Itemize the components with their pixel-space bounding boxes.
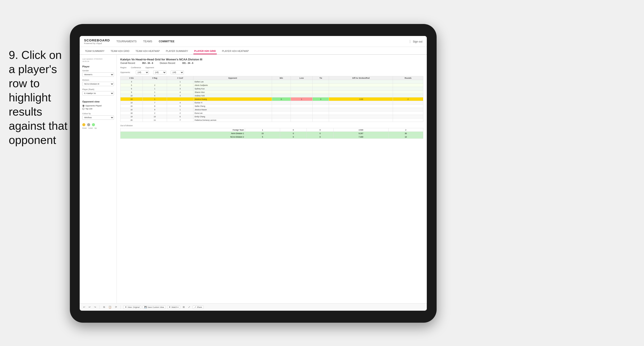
opponents-label: Opponents: — [120, 71, 130, 73]
region-filter-group: Region — [120, 66, 126, 69]
colour-section: Colour by Win/loss Down Level Up — [82, 113, 114, 129]
grid-icon[interactable]: ⊞ — [182, 305, 186, 309]
watch-icon: 👁 — [169, 306, 171, 308]
grid-area: Katelyn Vo Head-to-Head Grid for Women's… — [117, 55, 427, 303]
opponent-filter-label: Opponent — [146, 66, 154, 69]
paste-button[interactable]: 📋 — [108, 305, 112, 309]
table-row[interactable]: 1822Euna Lee — [120, 111, 423, 115]
table-row[interactable]: 1585Stella Cheng — [120, 104, 423, 108]
last-updated: Last Updated: 27/03/2024 16:55:28 — [82, 58, 114, 63]
tab-player-h2h-heatmap[interactable]: PLAYER H2H HEATMAP — [221, 48, 250, 54]
share-icon: ↗ — [194, 306, 196, 308]
division-record-value: 331 - 34 - 6 — [182, 62, 193, 64]
colour-labels: Down Level Up — [82, 127, 114, 129]
main-nav: TOURNAMENTS TEAMS COMMITTEE — [116, 39, 174, 44]
copy-button[interactable]: ⧉ — [102, 305, 106, 309]
forward-button[interactable]: ↪ — [93, 305, 97, 309]
division-select[interactable]: NCAA Division III — [82, 82, 114, 86]
grid-title: Katelyn Vo Head-to-Head Grid for Women's… — [120, 58, 423, 61]
table-row[interactable]: 1063Andrea York — [120, 94, 423, 97]
expand-icon[interactable]: ⤢ — [187, 305, 191, 309]
tab-player-h2h-grid[interactable]: PLAYER H2H GRID — [194, 48, 217, 54]
out-table-body: Foreign Team1004.5002NAIA Division 11500… — [120, 128, 423, 139]
table-row[interactable]: 522Alexis Sudjianto — [120, 83, 423, 87]
logo-area: SCOREBOARD Powered by clippd TOURNAMENTS… — [84, 38, 174, 44]
tablet-screen: SCOREBOARD Powered by clippd TOURNAMENTS… — [80, 36, 427, 311]
col-diff: Diff Av Strokes/Rnd — [329, 76, 393, 80]
conference-select[interactable]: (All) — [153, 70, 166, 74]
col-loss: Loss — [291, 76, 312, 80]
bottom-toolbar: ↩ ↩ ↪ ⧉ 📋 ⟳ 👁 View: Original 💾 Save Cust… — [80, 303, 427, 311]
table-row[interactable]: 131Jessica Huang010-3.002 — [120, 97, 423, 101]
opponent-filter-group: Opponent — [146, 66, 154, 69]
divider-1 — [100, 306, 100, 309]
table-row[interactable]: 31Esther Lee — [120, 80, 423, 83]
col-conf: # Conf — [167, 76, 194, 80]
table-row[interactable]: 1691Jessica Mason — [120, 108, 423, 111]
table-row[interactable]: 1474Eunice Yi — [120, 101, 423, 104]
sign-out-button[interactable]: Sign out — [413, 40, 422, 43]
sub-nav: TEAM SUMMARY TEAM H2H GRID TEAM H2H HEAT… — [80, 47, 427, 55]
player-rank-select[interactable]: 8. Katelyn Vo — [82, 91, 114, 96]
top-nav: SCOREBOARD Powered by clippd TOURNAMENTS… — [80, 36, 427, 47]
colour-level — [87, 123, 90, 126]
colour-by-select[interactable]: Win/loss — [82, 115, 114, 120]
radio-top100[interactable]: Top 100 — [82, 108, 114, 110]
opponent-view-title: Opponent view — [82, 100, 114, 103]
overall-record-value: 353 - 34 - 6 — [142, 62, 153, 64]
save-custom-button[interactable]: 💾 Save Custom View — [143, 306, 166, 309]
radio-opponents-played[interactable]: Opponents Played — [82, 105, 114, 107]
view-original-button[interactable]: 👁 View: Original — [123, 306, 141, 309]
tab-team-summary[interactable]: TEAM SUMMARY — [84, 48, 106, 54]
filter-selects-row: Opponents: (All) (All) (All) — [120, 70, 423, 74]
view-icon: 👁 — [125, 306, 127, 308]
colour-up — [92, 123, 95, 126]
col-reg: # Reg — [142, 76, 167, 80]
player-rank-label: Player (Rank) — [82, 88, 114, 90]
table-header-row: # Div # Reg # Conf Opponent Win Loss Tie… — [120, 76, 423, 80]
undo-button[interactable]: ↩ — [82, 305, 86, 309]
conference-label: Conference — [131, 66, 141, 69]
opponent-view-section: Opponent view Opponents Played Top 100 — [82, 100, 114, 110]
out-table-row[interactable]: NAIA Division 115009.26730 — [120, 132, 423, 135]
out-of-division-table: Foreign Team1004.5002NAIA Division 11500… — [120, 128, 423, 139]
main-content: Last Updated: 27/03/2024 16:55:28 Player… — [80, 55, 427, 303]
tablet-frame: SCOREBOARD Powered by clippd TOURNAMENTS… — [70, 24, 436, 323]
table-row[interactable]: 613Sydney Kuo — [120, 87, 423, 90]
share-button[interactable]: ↗ Share — [193, 306, 204, 309]
watch-dropdown-icon: ▾ — [178, 306, 178, 308]
divider-2 — [120, 306, 121, 309]
nav-committee[interactable]: COMMITTEE — [159, 39, 174, 44]
table-row[interactable]: 914Sharon Mun — [120, 90, 423, 94]
sidebar: Last Updated: 27/03/2024 16:55:28 Player… — [80, 55, 117, 303]
watch-button[interactable]: 👁 Watch ▾ — [167, 306, 180, 309]
out-of-division-label: Out of division — [120, 125, 423, 127]
region-select[interactable]: (All) — [136, 70, 149, 74]
table-row[interactable]: 19106Emily Chang — [120, 115, 423, 118]
col-tie: Tie — [312, 76, 329, 80]
h2h-table: # Div # Reg # Conf Opponent Win Loss Tie… — [120, 76, 423, 122]
save-icon: 💾 — [144, 306, 147, 308]
tab-player-summary[interactable]: PLAYER SUMMARY — [165, 48, 189, 54]
refresh-button[interactable]: ⟳ — [114, 305, 118, 309]
gender-select[interactable]: Women's — [82, 72, 114, 77]
tab-team-h2h-heatmap[interactable]: TEAM H2H HEATMAP — [135, 48, 161, 54]
sidebar-player-title: Player — [82, 65, 114, 68]
out-of-division: Out of division Foreign Team1004.5002NAI… — [120, 125, 423, 139]
radio-dot-opponents — [82, 105, 84, 107]
logo: SCOREBOARD Powered by clippd — [84, 38, 110, 44]
region-label: Region — [120, 66, 126, 69]
nav-tournaments[interactable]: TOURNAMENTS — [116, 39, 136, 44]
opponent-select[interactable]: (All) — [171, 70, 184, 74]
nav-teams[interactable]: TEAMS — [143, 39, 152, 44]
col-win: Win — [272, 76, 290, 80]
table-body: 31Esther Lee522Alexis Sudjianto613Sydney… — [120, 80, 423, 122]
tab-team-h2h-grid[interactable]: TEAM H2H GRID — [110, 48, 130, 54]
redo-button[interactable]: ↩ — [88, 305, 92, 309]
table-row[interactable]: 20117Federica Domecq Lacroze — [120, 118, 423, 122]
radio-dot-top100 — [82, 108, 84, 110]
colour-circles — [82, 123, 114, 126]
out-table-row[interactable]: Foreign Team1004.5002 — [120, 128, 423, 132]
grid-records: Overall Record: 353 - 34 - 6 Division Re… — [120, 62, 423, 64]
out-table-row[interactable]: NCAA Division 25007.40010 — [120, 135, 423, 139]
